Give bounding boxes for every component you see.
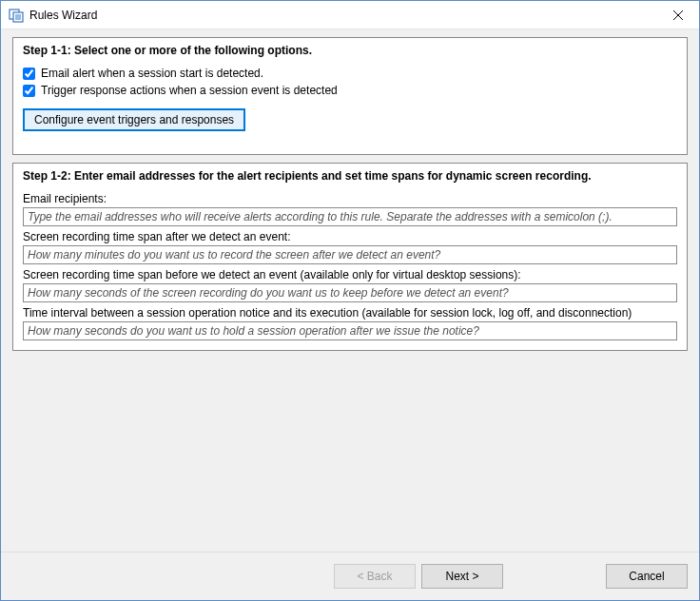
spacer bbox=[1, 359, 699, 552]
configure-triggers-button[interactable]: Configure event triggers and responses bbox=[23, 108, 245, 131]
checkbox-email-alert[interactable] bbox=[23, 68, 35, 80]
before-event-label: Screen recording time span before we det… bbox=[23, 268, 677, 281]
after-event-label: Screen recording time span after we dete… bbox=[23, 230, 677, 243]
checkbox-trigger-response-label: Trigger response actions when a session … bbox=[41, 84, 338, 97]
checkbox-email-alert-label: Email alert when a session start is dete… bbox=[41, 67, 263, 80]
window-title: Rules Wizard bbox=[29, 9, 656, 22]
footer: < Back Next > Cancel bbox=[1, 552, 699, 600]
back-button: < Back bbox=[334, 564, 416, 589]
before-event-input[interactable] bbox=[23, 283, 677, 302]
title-bar: Rules Wizard bbox=[1, 1, 699, 29]
checkbox-trigger-response[interactable] bbox=[23, 85, 35, 97]
recipients-label: Email recipients: bbox=[23, 192, 677, 205]
next-button[interactable]: Next > bbox=[421, 564, 503, 589]
step-1-2-heading: Step 1-2: Enter email addresses for the … bbox=[13, 164, 687, 186]
after-event-input[interactable] bbox=[23, 245, 677, 264]
step-1-1-heading: Step 1-1: Select one or more of the foll… bbox=[13, 38, 687, 61]
content-area: Step 1-1: Select one or more of the foll… bbox=[1, 29, 699, 600]
close-icon bbox=[673, 10, 683, 20]
interval-input[interactable] bbox=[23, 321, 677, 340]
step-1-2-panel: Step 1-2: Enter email addresses for the … bbox=[12, 163, 688, 351]
close-button[interactable] bbox=[656, 1, 699, 29]
checkbox-row-email-alert: Email alert when a session start is dete… bbox=[23, 67, 677, 80]
step-1-1-panel: Step 1-1: Select one or more of the foll… bbox=[12, 37, 688, 155]
recipients-input[interactable] bbox=[23, 207, 677, 226]
interval-label: Time interval between a session operatio… bbox=[23, 306, 677, 320]
cancel-button[interactable]: Cancel bbox=[606, 564, 688, 589]
app-icon bbox=[9, 8, 24, 23]
checkbox-row-trigger-response: Trigger response actions when a session … bbox=[23, 84, 677, 97]
